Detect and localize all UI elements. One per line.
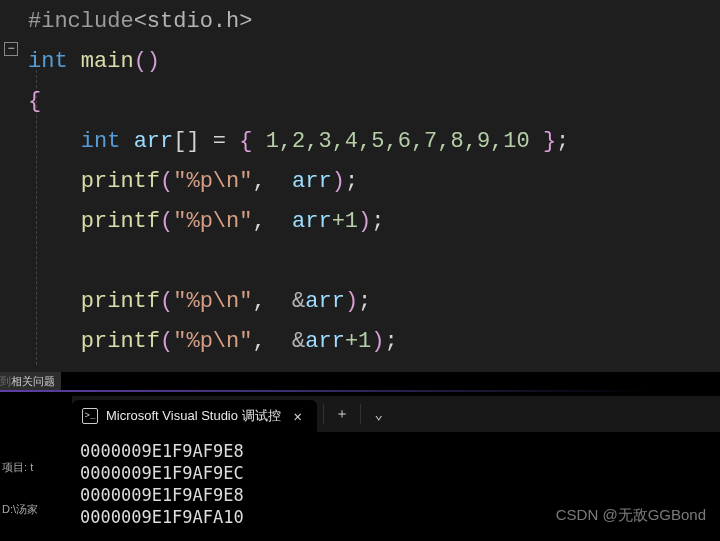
watermark: CSDN @无敌GGBond: [556, 506, 706, 525]
path-label: D:\汤家: [0, 494, 70, 524]
terminal-app-icon: >_: [82, 408, 98, 424]
fmt-str: "%p\n": [173, 169, 252, 194]
fn-printf: printf: [81, 209, 160, 234]
tab-separator: [323, 404, 324, 424]
panel-tab-label[interactable]: 到相关问题: [0, 372, 61, 391]
tab-dropdown-button[interactable]: ⌄: [367, 406, 391, 423]
kw-int: int: [81, 129, 121, 154]
console-line: 0000009E1F9AF9E8: [80, 441, 244, 461]
init-values: 1,2,3,4,5,6,7,8,9,10: [266, 129, 530, 154]
code-content: #include<stdio.h> int main() { int arr[]…: [28, 2, 569, 362]
left-meta: 项目: t D:\汤家: [0, 452, 70, 524]
amp: &: [292, 289, 305, 314]
brackets: []: [173, 129, 199, 154]
fold-minus-icon[interactable]: −: [4, 42, 18, 56]
kw-int: int: [28, 49, 68, 74]
accent-bar: [0, 390, 720, 392]
fn-printf: printf: [81, 289, 160, 314]
fn-main: main: [81, 49, 134, 74]
new-tab-button[interactable]: ＋: [330, 405, 354, 423]
console-line: 0000009E1F9AF9EC: [80, 463, 244, 483]
code-editor[interactable]: − #include<stdio.h> int main() { int arr…: [0, 0, 720, 400]
editor-gutter: −: [0, 0, 26, 400]
console-line: 0000009E1F9AF9E8: [80, 485, 244, 505]
close-icon[interactable]: ✕: [289, 408, 307, 425]
var-arr: arr: [134, 129, 174, 154]
tab-separator: [360, 404, 361, 424]
paren: (): [134, 49, 160, 74]
terminal-tab-title: Microsoft Visual Studio 调试控: [106, 407, 281, 425]
preproc-include: #include: [28, 9, 134, 34]
include-header: <stdio.h>: [134, 9, 253, 34]
project-label: 项目: t: [0, 452, 70, 482]
fn-printf: printf: [81, 169, 160, 194]
console-line: 0000009E1F9AFA10: [80, 507, 244, 527]
brace-open: {: [28, 89, 41, 114]
terminal-tabbar: >_ Microsoft Visual Studio 调试控 ✕ ＋ ⌄: [72, 396, 720, 432]
fn-printf: printf: [81, 329, 160, 354]
arg-arr: arr: [292, 169, 332, 194]
terminal-tab[interactable]: >_ Microsoft Visual Studio 调试控 ✕: [72, 400, 317, 432]
